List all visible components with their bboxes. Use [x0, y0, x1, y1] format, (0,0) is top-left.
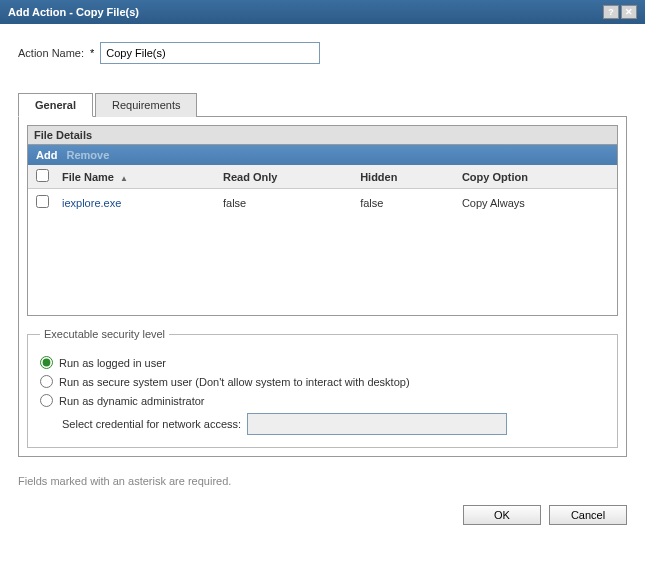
- security-fieldset: Executable security level Run as logged …: [27, 328, 618, 448]
- action-name-label: Action Name:: [18, 47, 84, 59]
- file-name-link[interactable]: iexplore.exe: [62, 197, 121, 209]
- cancel-button[interactable]: Cancel: [549, 505, 627, 525]
- cell-copy-option: Copy Always: [456, 189, 617, 217]
- tab-content-general: File Details Add Remove File Name ▲ Read…: [18, 117, 627, 457]
- button-row: OK Cancel: [0, 505, 645, 539]
- radio-row-logged-in[interactable]: Run as logged in user: [40, 356, 605, 369]
- radio-logged-in-user[interactable]: [40, 356, 53, 369]
- radio-row-dynamic-admin[interactable]: Run as dynamic administrator: [40, 394, 605, 407]
- tab-general[interactable]: General: [18, 93, 93, 117]
- tabs: General Requirements: [18, 92, 627, 117]
- radio-row-secure-system[interactable]: Run as secure system user (Don't allow s…: [40, 375, 605, 388]
- action-name-row: Action Name: *: [18, 42, 627, 64]
- help-icon[interactable]: ?: [603, 5, 619, 19]
- ok-button[interactable]: OK: [463, 505, 541, 525]
- col-read-only[interactable]: Read Only: [217, 165, 354, 189]
- dialog-title: Add Action - Copy File(s): [8, 6, 139, 18]
- cell-hidden: false: [354, 189, 456, 217]
- credential-input: [247, 413, 507, 435]
- footer-note: Fields marked with an asterisk are requi…: [18, 475, 627, 487]
- tab-requirements[interactable]: Requirements: [95, 93, 197, 117]
- table-row[interactable]: iexplore.exe false false Copy Always: [28, 189, 617, 217]
- sort-asc-icon: ▲: [120, 174, 128, 183]
- titlebar-controls: ? ✕: [603, 5, 637, 19]
- add-button[interactable]: Add: [36, 149, 57, 161]
- radio-logged-in-label: Run as logged in user: [59, 357, 166, 369]
- radio-dynamic-admin-label: Run as dynamic administrator: [59, 395, 205, 407]
- radio-secure-system-user[interactable]: [40, 375, 53, 388]
- credential-row: Select credential for network access:: [62, 413, 605, 435]
- row-checkbox[interactable]: [36, 195, 49, 208]
- radio-secure-system-label: Run as secure system user (Don't allow s…: [59, 376, 410, 388]
- file-table: File Name ▲ Read Only Hidden Copy Option…: [28, 165, 617, 216]
- close-icon[interactable]: ✕: [621, 5, 637, 19]
- security-legend: Executable security level: [40, 328, 169, 340]
- cell-read-only: false: [217, 189, 354, 217]
- table-header-row: File Name ▲ Read Only Hidden Copy Option: [28, 165, 617, 189]
- remove-button[interactable]: Remove: [66, 149, 109, 161]
- select-all-checkbox[interactable]: [36, 169, 49, 182]
- radio-dynamic-admin[interactable]: [40, 394, 53, 407]
- col-file-name[interactable]: File Name ▲: [56, 165, 217, 189]
- file-details-toolbar: Add Remove: [28, 145, 617, 165]
- file-details-panel: File Details Add Remove File Name ▲ Read…: [27, 125, 618, 316]
- required-asterisk: *: [90, 47, 94, 59]
- col-copy-option[interactable]: Copy Option: [456, 165, 617, 189]
- file-details-title: File Details: [28, 126, 617, 145]
- file-table-container: File Name ▲ Read Only Hidden Copy Option…: [28, 165, 617, 315]
- action-name-input[interactable]: [100, 42, 320, 64]
- credential-label: Select credential for network access:: [62, 418, 241, 430]
- col-hidden[interactable]: Hidden: [354, 165, 456, 189]
- titlebar: Add Action - Copy File(s) ? ✕: [0, 0, 645, 24]
